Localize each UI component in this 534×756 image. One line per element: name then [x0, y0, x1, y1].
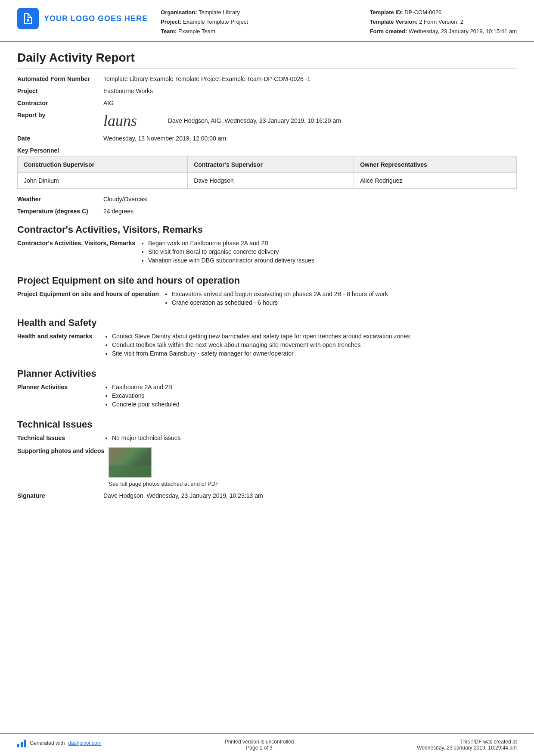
- dashpivot-link[interactable]: dashpivot.com: [68, 740, 101, 746]
- automated-form-value: Template Library-Example Template Projec…: [103, 75, 517, 82]
- temperature-row: Temperature (degrees C) 24 degrees: [17, 208, 517, 215]
- project-value: Eastbourne Works: [103, 87, 517, 94]
- personnel-table: Construction Supervisor Contractor's Sup…: [17, 156, 517, 189]
- list-item: Excavations: [112, 392, 179, 399]
- technical-issues-label: Technical Issues: [17, 434, 103, 443]
- technical-issues-value: No major technical issues: [103, 434, 181, 443]
- weather-row: Weather Cloudy/Overcast: [17, 196, 517, 203]
- template-id-value: DP-COM-0026: [404, 9, 441, 16]
- logo-text: YOUR LOGO GOES HERE: [44, 14, 148, 23]
- contractors-activities-row: Contractor's Activities, Visitors, Remar…: [17, 240, 517, 266]
- list-item: Concrete pour scheduled: [112, 401, 179, 408]
- report-by-row: Report by launs Dave Hodgson, AIG, Wedne…: [17, 112, 517, 130]
- bar2: [21, 742, 23, 747]
- bar1: [17, 744, 19, 747]
- signature-area: launs Dave Hodgson, AIG, Wednesday, 23 J…: [103, 112, 517, 130]
- template-id-label: Template ID:: [370, 9, 403, 16]
- list-item: Excavators arrived and begun excavating …: [172, 291, 388, 297]
- team-value: Example Team: [178, 28, 215, 34]
- org-label: Organisation:: [161, 9, 197, 16]
- list-item: Site visit from Emma Sainsbury - safety …: [112, 350, 410, 357]
- footer-center: Printed version is uncontrolled Page 1 o…: [225, 739, 294, 751]
- health-safety-value: Contact Steve Daintry about getting new …: [103, 333, 410, 359]
- logo-svg: [21, 12, 35, 25]
- contractor-value: AIG: [103, 100, 517, 106]
- footer-right: This PDF was created at Wednesday, 23 Ja…: [417, 739, 517, 751]
- planner-activities-label: Planner Activities: [17, 384, 103, 409]
- contractors-activities-heading: Contractor's Activities, Visitors, Remar…: [17, 224, 517, 235]
- date-row: Date Wednesday, 13 November 2019, 12:00:…: [17, 135, 517, 142]
- list-item: Variation issue with DBG subcontractor a…: [148, 257, 314, 264]
- project-equipment-value: Excavators arrived and begun excavating …: [163, 291, 388, 308]
- project-label: Project: [17, 87, 103, 94]
- signature-cursive: launs: [103, 112, 159, 130]
- health-safety-heading: Health and Safety: [17, 317, 517, 328]
- owner-representatives-value: Alice Rodriguez: [354, 173, 517, 189]
- main-content: Daily Activity Report Automated Form Num…: [0, 42, 534, 733]
- uncontrolled-text: Printed version is uncontrolled: [225, 739, 294, 745]
- logo-area: YOUR LOGO GOES HERE: [17, 8, 148, 29]
- technical-issues-heading: Technical Issues: [17, 419, 517, 430]
- list-item: Contact Steve Daintry about getting new …: [112, 333, 410, 340]
- date-label: Date: [17, 135, 103, 142]
- list-item: Began work on Eastbourne phase 2A and 2B: [148, 240, 314, 247]
- construction-supervisor-value: John Dinkum: [18, 173, 188, 189]
- health-safety-list: Contact Steve Daintry about getting new …: [103, 333, 410, 357]
- health-safety-label: Health and safety remarks: [17, 333, 103, 359]
- personnel-section-label: Key Personnel: [17, 147, 517, 154]
- org-value: Template Library: [199, 9, 240, 16]
- contractors-activities-value: Began work on Eastbourne phase 2A and 2B…: [140, 240, 314, 266]
- form-created-label: Form created:: [370, 28, 407, 34]
- generated-text: Generated with: [30, 740, 65, 746]
- logo-icon: [17, 8, 39, 29]
- pdf-created-text: This PDF was created at: [417, 739, 517, 745]
- header-meta-center: Organisation: Template Library Project: …: [148, 8, 370, 36]
- header-meta-right: Template ID: DP-COM-0026 Template Versio…: [370, 8, 517, 36]
- pdf-created-value: Wednesday, 23 January 2019, 10:29:44 am: [417, 745, 517, 751]
- photo-thumbnail: [109, 447, 152, 478]
- footer-left: Generated with dashpivot.com: [17, 739, 102, 747]
- temperature-label: Temperature (degrees C): [17, 208, 103, 215]
- contractor-row: Contractor AIG: [17, 100, 517, 106]
- report-by-text: Dave Hodgson, AIG, Wednesday, 23 January…: [168, 117, 341, 124]
- signature-row: Signature Dave Hodgson, Wednesday, 23 Ja…: [17, 492, 517, 499]
- project-equipment-label: Project Equipment on site and hours of o…: [17, 291, 163, 308]
- project-value: Example Template Project: [183, 19, 248, 25]
- date-value: Wednesday, 13 November 2019, 12:00:00 am: [103, 135, 517, 142]
- report-by-value: launs Dave Hodgson, AIG, Wednesday, 23 J…: [103, 112, 517, 130]
- weather-label: Weather: [17, 196, 103, 203]
- list-item: Eastbourne 2A and 2B: [112, 384, 179, 390]
- temperature-value: 24 degrees: [103, 208, 517, 215]
- project-label: Project:: [161, 19, 181, 25]
- automated-form-row: Automated Form Number Template Library-E…: [17, 75, 517, 82]
- project-equipment-list: Excavators arrived and begun excavating …: [163, 291, 388, 306]
- list-item: Conduct toolbox talk within the next wee…: [112, 341, 410, 348]
- list-item: Site visit from Boral to organise concre…: [148, 248, 314, 255]
- planner-activities-value: Eastbourne 2A and 2B Excavations Concret…: [103, 384, 179, 409]
- page-number: Page 1 of 3: [225, 745, 294, 751]
- contractors-activities-label: Contractor's Activities, Visitors, Remar…: [17, 240, 140, 266]
- page-footer: Generated with dashpivot.com Printed ver…: [0, 733, 534, 756]
- technical-issues-list: No major technical issues: [103, 434, 181, 441]
- contractor-label: Contractor: [17, 100, 103, 106]
- svg-point-0: [27, 19, 29, 22]
- contractors-activities-list: Began work on Eastbourne phase 2A and 2B…: [140, 240, 314, 264]
- bar3: [24, 740, 26, 747]
- personnel-data-row: John Dinkum Dave Hodgson Alice Rodriguez: [18, 173, 517, 189]
- contractors-supervisor-value: Dave Hodgson: [188, 173, 354, 189]
- form-created-value: Wednesday, 23 January 2019, 10:15:41 am: [409, 28, 517, 34]
- report-title: Daily Activity Report: [17, 51, 517, 69]
- weather-value: Cloudy/Overcast: [103, 196, 517, 203]
- col-contractors-supervisor: Contractor's Supervisor: [188, 157, 354, 173]
- health-safety-row: Health and safety remarks Contact Steve …: [17, 333, 517, 359]
- project-row: Project Eastbourne Works: [17, 87, 517, 94]
- project-equipment-row: Project Equipment on site and hours of o…: [17, 291, 517, 308]
- planner-activities-list: Eastbourne 2A and 2B Excavations Concret…: [103, 384, 179, 408]
- supporting-photos-label: Supporting photos and videos: [17, 447, 109, 454]
- automated-form-label: Automated Form Number: [17, 75, 103, 82]
- personnel-header-row: Construction Supervisor Contractor's Sup…: [18, 157, 517, 173]
- technical-issues-row: Technical Issues No major technical issu…: [17, 434, 517, 443]
- template-version-value: 2 Form Version: 2: [419, 19, 463, 25]
- signature-value: Dave Hodgson, Wednesday, 23 January 2019…: [103, 492, 517, 499]
- supporting-photos-value: See full page photos attached at end of …: [109, 447, 517, 487]
